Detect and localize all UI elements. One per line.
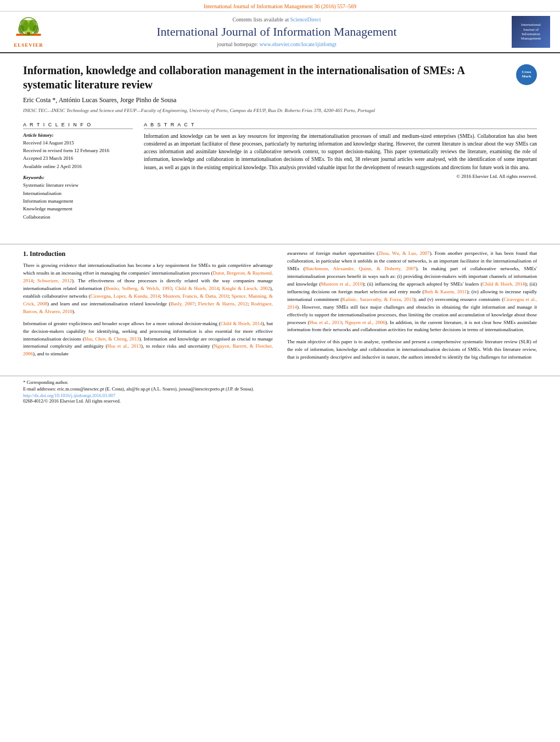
svg-point-6: [18, 25, 24, 34]
elsevier-label: ELSEVIER: [14, 42, 43, 48]
ref-schweizer[interactable]: Schweizer, 2012: [37, 278, 72, 283]
svg-rect-5: [27, 32, 30, 35]
contents-line: Contents lists available at ScienceDirec…: [47, 16, 506, 23]
corresponding-author: * Corresponding author.: [23, 380, 537, 385]
email-line: E-mail addresses: eric.m.costa@inesctec.…: [23, 386, 537, 392]
two-col-body: 1. Introduction There is growing evidenc…: [23, 250, 537, 366]
ref-ibeh[interactable]: Ibeh & Kasem, 2011: [424, 289, 467, 294]
ref-child-hsieh[interactable]: Child & Hsieh, 2014: [175, 286, 219, 291]
email-links[interactable]: eric.m.costa@inesctec.pt (E. Costa), als…: [57, 386, 254, 392]
article-title-section: Information, knowledge and collaboration…: [23, 63, 537, 92]
elsevier-logo: ELSEVIER: [10, 16, 47, 48]
body-right: awareness of foreign market opportunitie…: [287, 250, 537, 366]
history-label: Article history:: [23, 132, 133, 138]
article-title: Information, knowledge and collaboration…: [23, 63, 511, 92]
sciencedirect-link[interactable]: ScienceDirect: [290, 16, 321, 23]
journal-center: Contents lists available at ScienceDirec…: [47, 16, 506, 47]
ref-knight[interactable]: Knight & Liesch, 2002: [222, 286, 270, 291]
article-info-abstract: A R T I C L E I N F O Article history: R…: [23, 122, 537, 221]
body-content: 1. Introduction There is growing evidenc…: [0, 250, 560, 376]
abstract-text: Information and knowledge can be seen as…: [144, 132, 537, 171]
email-label: E-mail addresses:: [23, 386, 56, 392]
received-revised-date: Received in revised form 12 February 201…: [23, 147, 133, 154]
journal-citation: International Journal of Information Man…: [204, 3, 356, 9]
journal-logo: InternationalJournal ofInformationManage…: [506, 16, 550, 48]
keywords-section: Keywords: Systematic literature review I…: [23, 175, 133, 221]
ref-hsu[interactable]: Hsu, Chen, & Cheng, 2013: [85, 336, 139, 342]
intro-para1: There is growing evidence that internati…: [23, 262, 273, 316]
keyword-4: Knowledge management: [23, 205, 133, 213]
journal-logo-box: InternationalJournal ofInformationManage…: [512, 16, 550, 48]
accepted-date: Accepted 23 March 2016: [23, 154, 133, 162]
keywords-label: Keywords:: [23, 175, 133, 180]
authors-text: Eric Costa *, António Lucas Soares, Jorg…: [23, 96, 176, 104]
article-info: A R T I C L E I N F O Article history: R…: [23, 122, 133, 221]
homepage-link[interactable]: www.elsevier.com/locate/ijinfomgt: [259, 41, 336, 47]
ref-zhou[interactable]: Zhou, Wu, & Luo, 2007: [378, 250, 430, 256]
abstract-col: A B S T R A C T Information and knowledg…: [144, 122, 537, 221]
ref-ciravegna[interactable]: Ciravegna, Lopez, & Kundu, 2014: [91, 293, 160, 299]
journal-header: ELSEVIER Contents lists available at Sci…: [0, 12, 560, 53]
authors: Eric Costa *, António Lucas Soares, Jorg…: [23, 96, 537, 104]
journal-title: International Journal of Information Man…: [47, 25, 506, 39]
abstract-label: A B S T R A C T: [144, 122, 537, 129]
article-content: Information, knowledge and collaboration…: [0, 53, 560, 238]
doi-line: http://dx.doi.org/10.1016/j.ijinfomgt.20…: [23, 393, 537, 398]
ref-nguyen[interactable]: Nguyen, Barrett, & Fletcher, 2006: [23, 343, 273, 356]
right-para1: awareness of foreign market opportunitie…: [287, 250, 537, 334]
ref-benito[interactable]: Benito, Solberg, & Welch, 1993: [105, 286, 172, 291]
ref-kalinic[interactable]: Kalinic, Sarasvathy, & Forza, 2013: [342, 297, 413, 302]
copyright: © 2016 Elsevier Ltd. All rights reserved…: [144, 174, 537, 179]
section-divider: [0, 244, 560, 244]
article-info-label: A R T I C L E I N F O: [23, 122, 133, 129]
body-left: 1. Introduction There is growing evidenc…: [23, 250, 273, 366]
keyword-1: Systematic literature review: [23, 181, 133, 189]
issn-line: 0268-4012/© 2016 Elsevier Ltd. All right…: [23, 398, 537, 404]
journal-logo-text: InternationalJournal ofInformationManage…: [521, 23, 541, 41]
elsevier-tree-icon: [12, 16, 45, 41]
ref-child-hsieh2[interactable]: Child & Hsieh, 2014: [221, 321, 262, 326]
doi-link[interactable]: http://dx.doi.org/10.1016/j.ijinfomgt.20…: [23, 393, 115, 398]
intro-para2: Information of greater explicitness and …: [23, 320, 273, 359]
footnote-area: * Corresponding author. E-mail addresses…: [0, 376, 560, 406]
ref-child2[interactable]: Child & Hsieh, 2014: [483, 281, 525, 287]
intro-heading: 1. Introduction: [23, 250, 273, 258]
ref-fletcher[interactable]: Fletcher & Harris, 2012: [198, 301, 248, 306]
keyword-2: Internationalisation: [23, 189, 133, 197]
ref-nguyen2[interactable]: Nguyen et al., 2006: [345, 320, 385, 325]
ref-hutchinson[interactable]: Hutchinson, Alexander, Quinn, & Doherty,…: [305, 266, 416, 271]
ref-musteen[interactable]: Musteen, Francis, & Datta, 2010: [163, 293, 229, 299]
ref-basly[interactable]: Basly, 2007: [171, 301, 195, 306]
journal-homepage: journal homepage: www.elsevier.com/locat…: [47, 41, 506, 47]
svg-point-7: [33, 25, 39, 34]
crossmark: CrossMark: [516, 64, 537, 85]
ref-hsu3[interactable]: Hsu et al., 2013: [310, 320, 342, 325]
crossmark-icon: CrossMark: [516, 64, 537, 85]
right-para2: The main objective of this paper is to a…: [287, 338, 537, 361]
available-date: Available online 2 April 2016: [23, 163, 133, 170]
ref-musteen2[interactable]: Musteen et al., 2010: [321, 281, 363, 287]
received-date: Received 14 August 2015: [23, 139, 133, 147]
top-bar: International Journal of Information Man…: [0, 0, 560, 12]
affiliation: INESC TEC—INESC Technology and Science a…: [23, 107, 537, 114]
keyword-3: Information management: [23, 197, 133, 205]
ref-hsu2[interactable]: Hsu et al., 2013: [108, 343, 141, 349]
keyword-5: Collaboration: [23, 213, 133, 221]
page: International Journal of Information Man…: [0, 0, 560, 742]
